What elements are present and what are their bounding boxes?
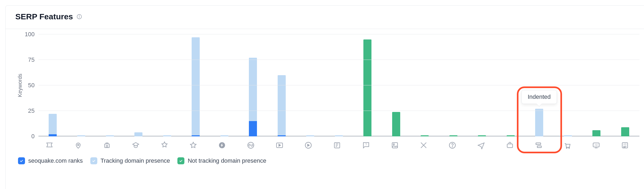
ads-top-icon: AD [592,141,600,149]
bar-stack [77,135,85,136]
gridline [38,111,639,111]
bar-segment-tracking [335,135,343,136]
bar-stack [192,37,200,136]
svg-text:AD: AD [623,143,627,146]
x-tick-ads-bottom[interactable]: AD [611,136,639,149]
bar-local-pack[interactable] [67,34,95,136]
bar-segment-nontracking [621,127,629,136]
gridline [38,85,639,85]
legend-item-ranks[interactable]: seoquake.com ranks [18,157,83,164]
knowledge-panel-icon [132,141,140,149]
bar-stack [134,132,142,136]
x-tick-indented[interactable] [524,136,553,149]
bar-segment-nontracking [507,135,515,136]
x-tick-local-pack[interactable] [64,136,92,149]
bar-video-carousel[interactable] [296,34,324,136]
x-tick-video[interactable] [265,136,294,149]
bar-shopping-ads[interactable] [553,34,582,136]
bar-jobs[interactable] [496,34,525,136]
bar-segment-tracking [535,109,543,136]
image-icon [391,141,399,149]
svg-point-23 [566,147,567,148]
bar-ads-bottom[interactable] [611,34,639,136]
x-tick-news[interactable] [323,136,352,149]
checkbox-icon [18,157,25,164]
bar-video[interactable] [267,34,296,136]
svg-point-19 [452,147,453,147]
bar-image[interactable] [382,34,410,136]
x-tick-featured-snippet[interactable] [35,136,64,149]
indented-icon [535,141,543,149]
legend: seoquake.com ranks Tracking domain prese… [6,149,644,164]
x-tick-faq[interactable]: ? [352,136,380,149]
bar-reviews[interactable] [181,34,210,136]
card-header: SERP Features [6,6,644,24]
bar-segment-tracking [249,58,257,121]
bar-indented[interactable] [525,34,553,136]
local-teaser-icon [103,141,111,149]
people-also-ask-icon [448,141,456,149]
ads-bottom-icon: AD [621,141,629,149]
bar-stack [535,109,543,136]
bar-stack [363,39,371,136]
bar-segment-nontracking [592,130,600,136]
x-tick-knowledge-panel[interactable] [121,136,150,149]
info-icon[interactable] [76,14,82,20]
bar-stack [421,135,429,136]
bar-news[interactable] [325,34,353,136]
gridline [38,34,639,34]
bar-segment-tracking [77,135,85,136]
legend-label: seoquake.com ranks [28,157,83,164]
bar-people-also-ask[interactable] [439,34,468,136]
x-tick-amp[interactable] [208,136,237,149]
bar-segment-nontracking [421,135,429,136]
bar-flights[interactable] [468,34,496,136]
bar-stack [449,135,457,136]
x-tick-instant-answer[interactable] [150,136,179,149]
bar-knowledge-panel[interactable] [124,34,153,136]
bar-local-teaser[interactable] [96,34,124,136]
x-tick-image[interactable] [380,136,409,149]
bar-segment-ranks [249,121,257,136]
plot-area: Indented [38,34,639,136]
x-tick-sitelinks[interactable] [237,136,265,149]
sitelinks-icon [247,141,255,149]
bar-stack [335,135,343,136]
bar-stack [306,135,314,136]
video-icon [276,141,284,149]
gridline [38,60,639,60]
svg-point-3 [77,144,79,146]
bar-faq[interactable] [353,34,382,136]
legend-item-tracking[interactable]: Tracking domain presence [90,157,170,164]
bar-sitelinks[interactable] [239,34,267,136]
svg-rect-16 [392,143,398,148]
svg-text:AD: AD [595,144,598,146]
bar-stack [163,135,171,136]
x-tick-reviews[interactable] [179,136,207,149]
x-tick-twitter[interactable] [409,136,438,149]
checkbox-icon [177,157,184,164]
x-tick-shopping-ads[interactable] [553,136,582,149]
local-pack-icon [74,141,82,149]
svg-point-2 [79,16,79,16]
bar-stack [592,130,600,136]
svg-rect-20 [507,144,513,148]
bar-featured-snippet[interactable] [38,34,67,136]
x-tick-video-carousel[interactable] [294,136,323,149]
bar-segment-tracking [278,75,286,135]
bar-amp[interactable] [210,34,239,136]
x-tick-flights[interactable] [467,136,495,149]
x-tick-jobs[interactable] [496,136,524,149]
bar-twitter[interactable] [410,34,439,136]
bar-stack [621,127,629,136]
x-tick-people-also-ask[interactable] [438,136,467,149]
x-tick-local-teaser[interactable] [92,136,121,149]
bar-segment-nontracking [449,135,457,136]
bar-stack [249,58,257,136]
checkbox-icon [90,157,97,164]
bar-ads-top[interactable] [582,34,611,136]
x-tick-ads-top[interactable]: AD [582,136,611,149]
bar-instant-answer[interactable] [153,34,181,136]
legend-item-nontracking[interactable]: Not tracking domain presence [177,157,266,164]
bar-stack [507,135,515,136]
